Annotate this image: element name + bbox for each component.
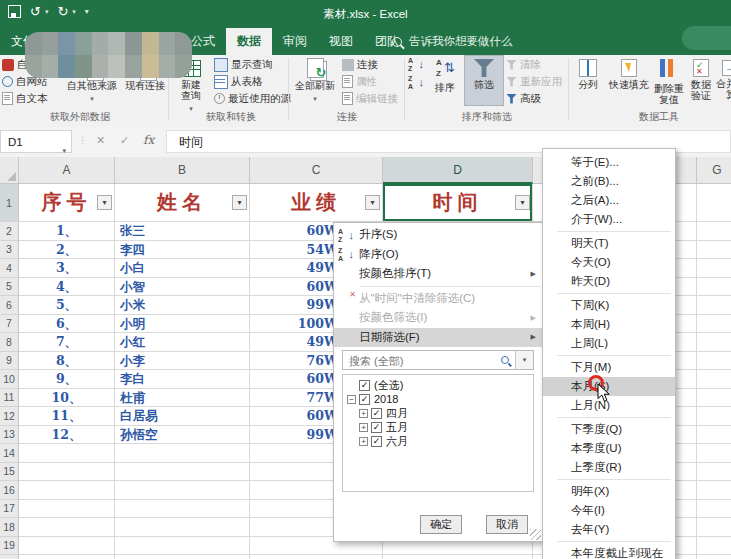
checkbox-checked-icon[interactable]: ✓ bbox=[359, 380, 370, 391]
checkbox-checked-icon[interactable]: ✓ bbox=[359, 394, 370, 405]
cell[interactable]: 1、 bbox=[19, 222, 115, 241]
cell[interactable]: 10、 bbox=[19, 389, 115, 408]
row-header[interactable]: 20 bbox=[0, 555, 19, 559]
submenu-item[interactable]: 今年(I) bbox=[543, 501, 675, 520]
cell[interactable]: 杜甫 bbox=[115, 389, 250, 408]
cell[interactable] bbox=[19, 500, 115, 519]
cell[interactable]: 4、 bbox=[19, 278, 115, 297]
cell[interactable] bbox=[697, 259, 731, 278]
menu-item[interactable]: ✕从"时间"中清除筛选(C) bbox=[334, 289, 542, 309]
tree-item[interactable]: +✓四月 bbox=[343, 406, 533, 420]
row-header[interactable]: 17 bbox=[0, 500, 19, 519]
row-header[interactable]: 14 bbox=[0, 444, 19, 463]
menu-item[interactable]: 按颜色排序(T)▶ bbox=[334, 264, 542, 284]
sort-ascending-button[interactable]: AZ↓ bbox=[407, 57, 425, 72]
cell[interactable] bbox=[19, 518, 115, 537]
submenu-item[interactable]: 本周(H) bbox=[543, 315, 675, 334]
submenu-item[interactable]: 上季度(R) bbox=[543, 458, 675, 477]
cell[interactable] bbox=[697, 352, 731, 371]
filter-dropdown-icon-a[interactable]: ▾ bbox=[97, 195, 112, 210]
expander-plus-icon[interactable]: + bbox=[359, 409, 368, 418]
row-header[interactable]: 2 bbox=[0, 222, 19, 241]
refresh-all-button[interactable]: 全部刷新▾ bbox=[292, 56, 338, 106]
tree-item[interactable]: +✓五月 bbox=[343, 420, 533, 434]
submenu-item[interactable]: 昨天(D) bbox=[543, 272, 675, 291]
cell[interactable] bbox=[697, 463, 731, 482]
cell[interactable] bbox=[697, 222, 731, 241]
cell[interactable] bbox=[115, 444, 250, 463]
cell[interactable]: 白居易 bbox=[115, 407, 250, 426]
tab-视图[interactable]: 视图 bbox=[318, 28, 364, 55]
cell[interactable] bbox=[115, 500, 250, 519]
cancel-button[interactable]: 取消 bbox=[486, 515, 528, 534]
cell[interactable] bbox=[115, 481, 250, 500]
cell[interactable] bbox=[697, 426, 731, 445]
recent-sources-button[interactable]: 最近使用的源 bbox=[214, 91, 291, 106]
cell-d1-selected[interactable]: 时间▾ bbox=[383, 184, 533, 222]
cell[interactable]: 5、 bbox=[19, 296, 115, 315]
connections-button[interactable]: 连接 bbox=[342, 57, 378, 72]
cell[interactable]: 李白 bbox=[115, 370, 250, 389]
submenu-item[interactable]: 本年度截止到现在(A) bbox=[543, 544, 675, 559]
filter-dropdown-icon-d[interactable]: ▾ bbox=[515, 195, 530, 210]
cell[interactable]: 小白 bbox=[115, 259, 250, 278]
row-header[interactable]: 5 bbox=[0, 278, 19, 297]
cancel-icon[interactable]: ✕ bbox=[96, 134, 105, 147]
cell[interactable] bbox=[383, 555, 533, 559]
row-header[interactable]: 10 bbox=[0, 370, 19, 389]
cell[interactable] bbox=[19, 463, 115, 482]
filter-button[interactable]: 筛选 bbox=[464, 55, 504, 106]
resize-grip[interactable] bbox=[530, 529, 541, 540]
select-all-corner[interactable] bbox=[0, 157, 19, 184]
cell[interactable]: 12、 bbox=[19, 426, 115, 445]
show-queries-button[interactable]: 显示查询 bbox=[214, 57, 273, 72]
filter-dropdown-icon-c[interactable]: ▾ bbox=[365, 195, 380, 210]
cell-g1[interactable] bbox=[697, 184, 731, 222]
cell-b1[interactable]: 姓名▾ bbox=[115, 184, 250, 222]
checkbox-checked-icon[interactable]: ✓ bbox=[371, 436, 382, 447]
cell[interactable]: 9、 bbox=[19, 370, 115, 389]
col-header-D[interactable]: D bbox=[383, 157, 533, 184]
enter-icon[interactable]: ✓ bbox=[120, 134, 129, 147]
consolidate-button[interactable]: 合并计算 bbox=[714, 56, 731, 106]
insert-function-icon[interactable]: fx bbox=[143, 133, 154, 147]
cell[interactable]: 6、 bbox=[19, 315, 115, 334]
cell[interactable] bbox=[697, 444, 731, 463]
cell[interactable]: 小智 bbox=[115, 278, 250, 297]
expander-plus-icon[interactable]: + bbox=[359, 437, 368, 446]
cell[interactable]: 2、 bbox=[19, 241, 115, 260]
col-header-A[interactable]: A bbox=[19, 157, 115, 184]
clear-filter-button[interactable]: 清除 bbox=[506, 57, 541, 72]
data-validation-button[interactable]: 数据验证 bbox=[688, 56, 714, 106]
tell-me-box[interactable]: 告诉我你想要做什么 bbox=[392, 28, 513, 55]
sort-descending-button[interactable]: ZA↓ bbox=[407, 75, 425, 90]
cell[interactable] bbox=[697, 296, 731, 315]
search-dropdown-icon[interactable]: ▾ bbox=[515, 351, 533, 369]
submenu-item[interactable]: 介于(W)... bbox=[543, 210, 675, 229]
submenu-item[interactable]: 今天(O) bbox=[543, 253, 675, 272]
cell[interactable] bbox=[115, 518, 250, 537]
row-header[interactable]: 12 bbox=[0, 407, 19, 426]
row-header[interactable]: 9 bbox=[0, 352, 19, 371]
col-header-C[interactable]: C bbox=[250, 157, 383, 184]
cell[interactable]: 张三 bbox=[115, 222, 250, 241]
expander-plus-icon[interactable]: + bbox=[359, 423, 368, 432]
cell[interactable] bbox=[697, 389, 731, 408]
row-header[interactable]: 6 bbox=[0, 296, 19, 315]
cell[interactable] bbox=[697, 315, 731, 334]
search-input[interactable] bbox=[347, 352, 501, 370]
col-header-G[interactable]: G bbox=[697, 157, 731, 184]
cell[interactable]: 李四 bbox=[115, 241, 250, 260]
cell[interactable]: 小明 bbox=[115, 315, 250, 334]
row-header[interactable]: 18 bbox=[0, 518, 19, 537]
col-header-B[interactable]: B bbox=[115, 157, 250, 184]
menu-item[interactable]: 日期筛选(F)▶ bbox=[334, 328, 542, 348]
row-header-1[interactable]: 1 bbox=[0, 184, 19, 222]
from-text-button[interactable]: 自文本 bbox=[2, 91, 48, 106]
checkbox-checked-icon[interactable]: ✓ bbox=[371, 408, 382, 419]
cell[interactable] bbox=[697, 500, 731, 519]
cell[interactable] bbox=[697, 407, 731, 426]
cell[interactable] bbox=[19, 555, 115, 559]
row-header[interactable]: 4 bbox=[0, 259, 19, 278]
cell-c1[interactable]: 业绩▾ bbox=[250, 184, 383, 222]
